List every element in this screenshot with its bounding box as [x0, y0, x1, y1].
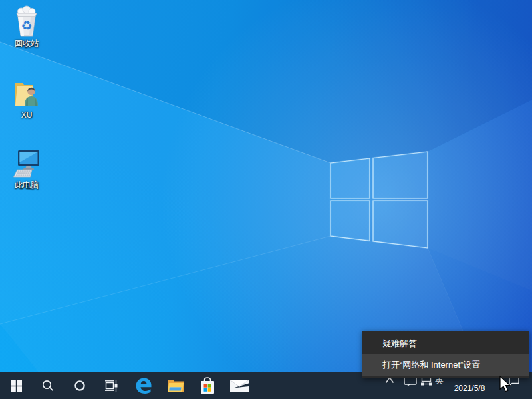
windows-desktop: ♻ 回收站 XU 此电脑 — [0, 0, 532, 399]
mouse-cursor — [497, 375, 515, 395]
start-button[interactable] — [3, 372, 29, 399]
search-button[interactable] — [35, 372, 61, 399]
desktop-icon-label: XU — [1, 110, 52, 120]
this-pc-icon — [13, 149, 41, 179]
cortana-icon — [74, 380, 86, 392]
svg-text:♻: ♻ — [21, 18, 32, 33]
mail-button[interactable] — [226, 372, 253, 399]
recycle-bin-icon: ♻ — [14, 5, 39, 37]
store-icon — [200, 376, 215, 395]
network-context-menu: 疑难解答 打开“网络和 Internet”设置 — [362, 331, 529, 378]
file-explorer-button[interactable] — [162, 372, 189, 399]
edge-icon — [134, 376, 153, 395]
edge-button[interactable] — [130, 372, 157, 399]
start-icon — [11, 380, 22, 392]
desktop-icon-this-pc[interactable]: 此电脑 — [1, 149, 52, 190]
task-view-icon — [104, 379, 119, 392]
desktop-icon-user-folder[interactable]: XU — [1, 79, 52, 120]
menu-item-troubleshoot[interactable]: 疑难解答 — [362, 333, 529, 354]
file-explorer-icon — [167, 378, 184, 393]
user-folder-icon — [13, 79, 40, 109]
cortana-button[interactable] — [66, 372, 93, 399]
mail-icon — [229, 378, 249, 394]
desktop-icon-recycle-bin[interactable]: ♻ 回收站 — [1, 5, 52, 48]
store-button[interactable] — [194, 372, 221, 399]
desktop-icon-label: 回收站 — [1, 39, 52, 48]
desktop-icon-label: 此电脑 — [1, 180, 52, 190]
menu-item-open-network-internet-settings[interactable]: 打开“网络和 Internet”设置 — [362, 354, 529, 376]
task-view-button[interactable] — [98, 372, 125, 399]
search-icon — [41, 379, 55, 392]
taskbar-date[interactable]: 2021/5/8 — [453, 384, 486, 393]
